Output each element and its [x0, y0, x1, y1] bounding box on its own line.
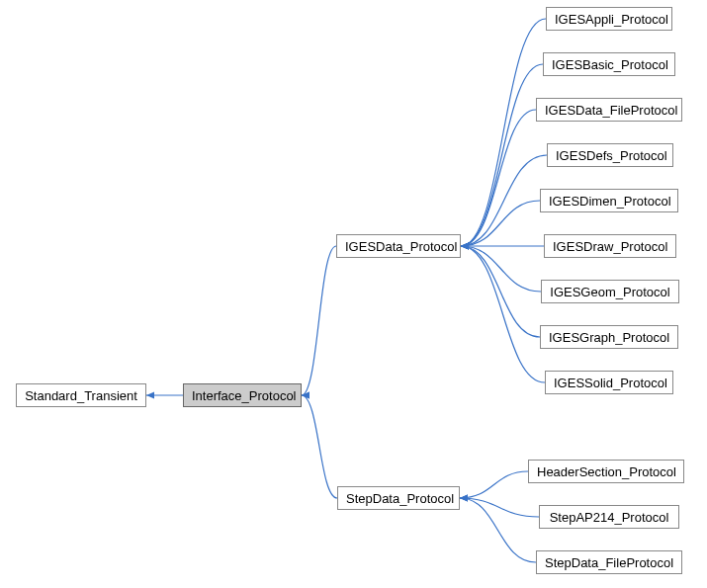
node-label: IGESDimen_Protocol [549, 194, 671, 209]
edge-igessolid_protocol-to-igesdata_protocol [461, 246, 545, 382]
edge-igesdata_protocol-to-interface_protocol [302, 246, 336, 395]
edge-igesgeom_protocol-to-igesdata_protocol [461, 246, 541, 292]
node-igesgeom_protocol[interactable]: IGESGeom_Protocol [541, 280, 679, 303]
node-label: IGESGeom_Protocol [550, 285, 669, 299]
node-stepdata_fileprotocol[interactable]: StepData_FileProtocol [536, 550, 682, 574]
node-stepap214_protocol[interactable]: StepAP214_Protocol [539, 505, 679, 529]
node-standard_transient[interactable]: Standard_Transient [16, 383, 146, 407]
diagram-canvas: Standard_TransientInterface_ProtocolIGES… [0, 0, 707, 588]
edge-igesbasic_protocol-to-igesdata_protocol [461, 64, 543, 246]
node-label: IGESSolid_Protocol [554, 376, 667, 390]
edge-igesappli_protocol-to-igesdata_protocol [461, 19, 546, 246]
node-igesdefs_protocol[interactable]: IGESDefs_Protocol [547, 143, 673, 167]
node-label: IGESData_FileProtocol [545, 103, 677, 118]
node-igesdata_protocol[interactable]: IGESData_Protocol [336, 234, 461, 258]
node-igesbasic_protocol[interactable]: IGESBasic_Protocol [543, 52, 675, 76]
node-headersection_protocol[interactable]: HeaderSection_Protocol [528, 460, 684, 483]
node-igessolid_protocol[interactable]: IGESSolid_Protocol [545, 371, 673, 394]
edge-headersection_protocol-to-stepdata_protocol [460, 471, 528, 498]
node-label: IGESGraph_Protocol [549, 330, 669, 345]
edge-igesdimen_protocol-to-igesdata_protocol [461, 201, 540, 246]
edge-igesgraph_protocol-to-igesdata_protocol [461, 246, 540, 337]
node-label: StepAP214_Protocol [550, 510, 669, 525]
node-label: Standard_Transient [25, 388, 137, 403]
node-interface_protocol[interactable]: Interface_Protocol [183, 383, 302, 407]
node-label: HeaderSection_Protocol [537, 464, 676, 479]
node-label: IGESDefs_Protocol [556, 148, 667, 163]
node-igesappli_protocol[interactable]: IGESAppli_Protocol [546, 7, 672, 31]
node-label: Interface_Protocol [192, 388, 297, 403]
node-label: IGESData_Protocol [345, 239, 457, 254]
node-label: IGESDraw_Protocol [553, 239, 667, 254]
node-label: StepData_Protocol [346, 491, 454, 506]
node-igesdata_fileprotocol[interactable]: IGESData_FileProtocol [536, 98, 682, 122]
edge-igesdata_fileprotocol-to-igesdata_protocol [461, 110, 536, 246]
edge-stepdata_protocol-to-interface_protocol [302, 395, 337, 498]
node-label: StepData_FileProtocol [545, 555, 673, 570]
node-label: IGESAppli_Protocol [555, 12, 668, 27]
node-igesdraw_protocol[interactable]: IGESDraw_Protocol [544, 234, 676, 258]
node-stepdata_protocol[interactable]: StepData_Protocol [337, 486, 460, 510]
edge-stepap214_protocol-to-stepdata_protocol [460, 498, 539, 517]
node-igesgraph_protocol[interactable]: IGESGraph_Protocol [540, 325, 678, 349]
edge-stepdata_fileprotocol-to-stepdata_protocol [460, 498, 536, 562]
node-igesdimen_protocol[interactable]: IGESDimen_Protocol [540, 189, 678, 212]
edge-igesdefs_protocol-to-igesdata_protocol [461, 155, 547, 246]
node-label: IGESBasic_Protocol [552, 57, 668, 72]
